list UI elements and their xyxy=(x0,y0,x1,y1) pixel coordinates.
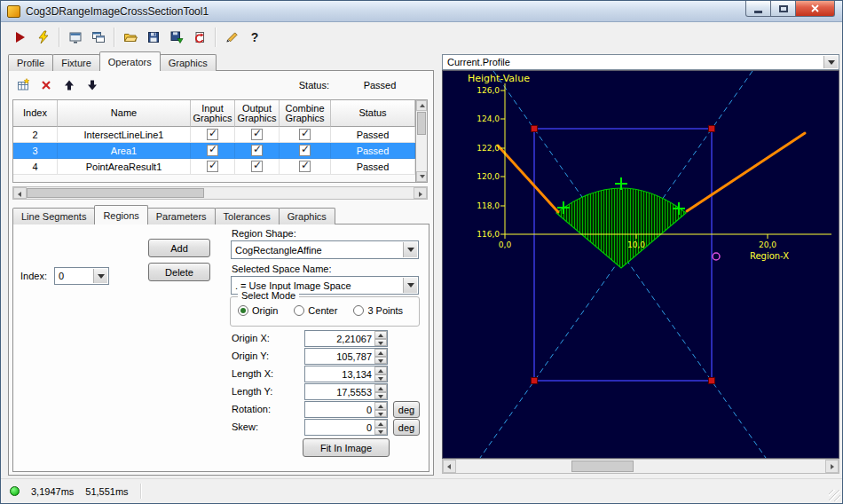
tab-fixture[interactable]: Fixture xyxy=(52,54,100,71)
chevron-down-icon xyxy=(407,248,414,252)
col-header-output-graphics[interactable]: Output Graphics xyxy=(235,100,280,127)
input-graphics-checkbox[interactable] xyxy=(207,145,218,156)
spin-down-button[interactable] xyxy=(374,392,387,400)
spin-down-button[interactable] xyxy=(374,339,387,347)
output-graphics-checkbox[interactable] xyxy=(251,161,263,172)
delete-operator-button[interactable] xyxy=(35,75,56,95)
spin-up-button[interactable] xyxy=(374,384,387,392)
select-mode-label: Select Mode xyxy=(238,290,299,301)
operator-row[interactable]: 4 PointAreaResult1 Passed xyxy=(13,159,415,175)
scroll-right-arrow[interactable] xyxy=(414,187,427,199)
combine-graphics-checkbox[interactable] xyxy=(299,145,311,156)
scroll-down-arrow[interactable] xyxy=(416,171,427,182)
scroll-thumb[interactable] xyxy=(27,188,204,198)
col-header-name[interactable]: Name xyxy=(58,100,191,127)
maximize-button[interactable] xyxy=(770,1,796,17)
region-shape-combo[interactable]: CogRectangleAffine xyxy=(231,240,419,259)
region-tab-strip: Line Segments Regions Parameters Toleran… xyxy=(12,206,335,224)
handle-bottom-left[interactable] xyxy=(532,378,538,384)
help-button[interactable]: ? xyxy=(243,27,266,49)
profile-chart-canvas[interactable]: Height-Value 126,0 124,0 122,0 120,0 118… xyxy=(443,71,839,458)
dropdown-button[interactable] xyxy=(823,56,838,68)
scroll-thumb[interactable] xyxy=(417,112,426,135)
spin-down-button[interactable] xyxy=(374,410,387,418)
col-header-index[interactable]: Index xyxy=(13,100,58,127)
dropdown-button[interactable] xyxy=(93,269,107,283)
scroll-thumb[interactable] xyxy=(571,461,634,472)
output-graphics-checkbox[interactable] xyxy=(251,145,263,156)
tab-tolerances[interactable]: Tolerances xyxy=(215,208,280,224)
spin-up-button[interactable] xyxy=(374,402,387,410)
radio-center[interactable] xyxy=(294,305,304,316)
tab-profile[interactable]: Profile xyxy=(8,54,53,71)
close-button[interactable] xyxy=(795,1,835,17)
col-header-status[interactable]: Status xyxy=(331,100,415,127)
scroll-up-arrow[interactable] xyxy=(416,100,427,111)
spin-up-button[interactable] xyxy=(374,420,387,428)
grid-vertical-scrollbar[interactable] xyxy=(415,100,427,182)
open-file-button[interactable] xyxy=(119,27,142,49)
dropdown-button[interactable] xyxy=(403,278,417,293)
dropdown-button[interactable] xyxy=(403,242,417,257)
chevron-down-icon xyxy=(407,283,414,287)
origin-x-label: Origin X: xyxy=(232,333,270,343)
region-index-combo[interactable]: 0 xyxy=(54,267,109,285)
tab-regions[interactable]: Regions xyxy=(94,205,147,224)
output-graphics-checkbox[interactable] xyxy=(251,129,263,140)
fit-in-image-button[interactable]: Fit In Image xyxy=(303,438,390,457)
spin-down-button[interactable] xyxy=(374,428,387,436)
cell-index: 4 xyxy=(13,159,58,175)
radio-3points[interactable] xyxy=(353,305,364,316)
handle-bottom-right[interactable] xyxy=(709,378,715,384)
grid-horizontal-scrollbar[interactable] xyxy=(12,186,428,200)
title-bar[interactable]: Cog3DRangeImageCrossSectionTool1 xyxy=(1,1,842,22)
spin-up-button[interactable] xyxy=(374,366,387,374)
spin-up-button[interactable] xyxy=(374,349,387,357)
spin-down-button[interactable] xyxy=(374,357,387,365)
result-display-button[interactable] xyxy=(64,27,87,49)
scroll-left-arrow[interactable] xyxy=(443,460,456,473)
resize-grip[interactable] xyxy=(829,490,840,501)
tab-parameters[interactable]: Parameters xyxy=(147,208,216,224)
run-continuous-button[interactable] xyxy=(32,27,55,49)
window-title: Cog3DRangeImageCrossSectionTool1 xyxy=(26,5,209,18)
float-display-button[interactable] xyxy=(87,27,110,49)
spin-up-button[interactable] xyxy=(374,331,387,339)
move-operator-up-button[interactable] xyxy=(59,75,79,95)
reset-tool-button[interactable] xyxy=(188,27,211,49)
operator-row-selected[interactable]: 3 Area1 Passed xyxy=(13,143,415,159)
operator-row[interactable]: 2 IntersectLineLine1 Passed xyxy=(13,127,415,143)
open-file-icon xyxy=(123,30,138,44)
combine-graphics-checkbox[interactable] xyxy=(299,161,311,172)
radio-origin[interactable] xyxy=(238,305,248,316)
scroll-left-arrow[interactable] xyxy=(13,187,27,199)
handle-top-right[interactable] xyxy=(709,126,715,132)
save-file-button[interactable] xyxy=(142,27,165,49)
col-header-input-graphics[interactable]: Input Graphics xyxy=(191,100,235,127)
profile-chart[interactable]: Height-Value 126,0 124,0 122,0 120,0 118… xyxy=(442,70,839,459)
save-image-button[interactable] xyxy=(165,27,188,49)
chart-horizontal-scrollbar[interactable] xyxy=(442,459,839,474)
move-operator-down-button[interactable] xyxy=(82,75,102,95)
run-button[interactable] xyxy=(9,27,32,49)
tab-graphics[interactable]: Graphics xyxy=(160,54,217,71)
tab-graphics-sub[interactable]: Graphics xyxy=(279,208,335,224)
radio-center-label: Center xyxy=(308,305,337,316)
edit-graphics-button[interactable] xyxy=(220,27,243,49)
input-graphics-checkbox[interactable] xyxy=(207,129,218,140)
handle-top-left[interactable] xyxy=(532,126,538,132)
spin-down-button[interactable] xyxy=(374,374,387,382)
minimize-button[interactable] xyxy=(745,1,771,17)
delete-region-button[interactable]: Delete xyxy=(148,263,210,281)
add-operator-button[interactable] xyxy=(12,75,33,95)
scroll-right-arrow[interactable] xyxy=(825,460,839,473)
add-region-button[interactable]: Add xyxy=(148,239,210,257)
rotation-unit-button[interactable]: deg xyxy=(393,401,420,418)
input-graphics-checkbox[interactable] xyxy=(207,161,218,172)
combine-graphics-checkbox[interactable] xyxy=(299,129,311,140)
profile-selector-combo[interactable]: Current.Profile xyxy=(442,54,839,70)
skew-unit-button[interactable]: deg xyxy=(393,419,420,436)
tab-line-segments[interactable]: Line Segments xyxy=(12,208,95,224)
col-header-combine-graphics[interactable]: Combine Graphics xyxy=(280,100,331,127)
tab-operators[interactable]: Operators xyxy=(99,51,161,71)
